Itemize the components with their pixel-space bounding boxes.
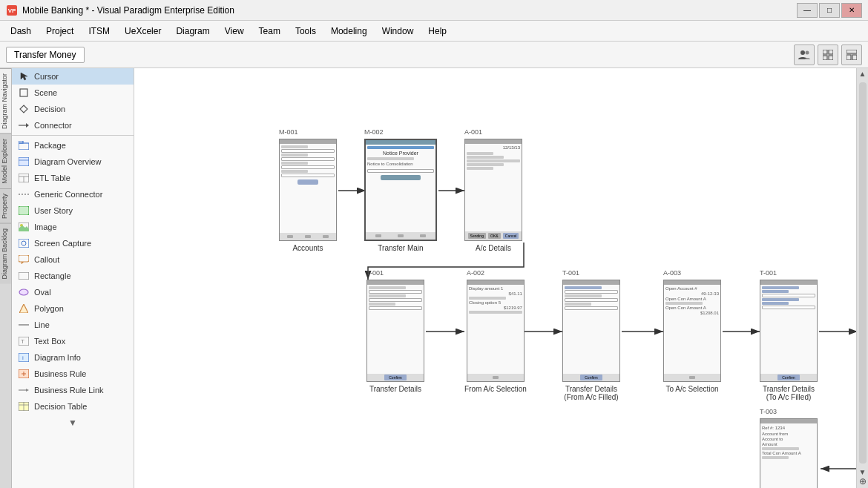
right-scrollbar[interactable]: ▲ ▼ ⊕ <box>856 68 868 488</box>
package-label: Package <box>34 141 66 150</box>
sidebar-item-decision-table[interactable]: Decision Table <box>12 398 134 415</box>
window-title: Mobile Banking * - Visual Paradigm Enter… <box>22 5 797 16</box>
node-from-ac-selection[interactable]: A-002 Display amount 1 $41.11 Closing op… <box>464 280 527 393</box>
svg-rect-10 <box>852 55 857 60</box>
polygon-icon <box>18 303 30 314</box>
sidebar-item-decision[interactable]: Decision <box>12 101 134 117</box>
title-bar: VP Mobile Banking * - Visual Paradigm En… <box>0 0 868 21</box>
connector-label: Connector <box>34 121 72 130</box>
side-vert-tabs: Diagram Navigator Model Explorer Propert… <box>0 68 12 488</box>
node-transfer-details-to-label: Transfer Details(To A/c Filled) <box>763 385 815 401</box>
oval-label: Oval <box>34 288 51 297</box>
menu-help[interactable]: Help <box>421 23 454 39</box>
node-transfer-done[interactable]: T-003 Ref #: 1234 Account from Account t… <box>760 418 818 488</box>
canvas-area[interactable]: M-001 <box>134 68 856 488</box>
sidebar-item-screen-capture[interactable]: Screen Capture <box>12 235 134 251</box>
scroll-down-arrow[interactable]: ▼ <box>12 415 134 431</box>
tab-diagram-navigator[interactable]: Diagram Navigator <box>0 68 11 133</box>
maximize-button[interactable]: □ <box>819 3 840 18</box>
sidebar-item-cursor[interactable]: Cursor <box>12 68 134 85</box>
screen-capture-icon <box>18 237 30 249</box>
text-box-label: Text Box <box>34 337 65 346</box>
menu-diagram[interactable]: Diagram <box>168 23 217 39</box>
arrows-layer <box>134 68 856 488</box>
diagram-overview-icon <box>18 156 30 168</box>
sidebar-item-oval[interactable]: Oval <box>12 284 134 300</box>
menu-dash[interactable]: Dash <box>3 23 39 39</box>
etl-table-icon <box>18 172 30 184</box>
line-label: Line <box>34 320 50 329</box>
node-transfer-details[interactable]: T-001 Confirm <box>366 280 424 393</box>
svg-rect-17 <box>19 157 29 166</box>
line-icon <box>18 319 30 331</box>
sidebar-item-business-rule-link[interactable]: Business Rule Link <box>12 382 134 398</box>
canvas-inner: M-001 <box>134 68 856 488</box>
node-transfer-details-from[interactable]: T-001 Confirm <box>562 280 620 401</box>
diagram-info-icon: i <box>18 352 30 363</box>
menu-tools[interactable]: Tools <box>288 23 323 39</box>
sidebar-item-line[interactable]: Line <box>12 317 134 333</box>
sidebar-item-rectangle[interactable]: Rectangle <box>12 268 134 284</box>
node-accounts[interactable]: M-001 <box>279 139 337 252</box>
svg-text:VP: VP <box>8 7 16 14</box>
menu-window[interactable]: Window <box>375 23 421 39</box>
menu-itsm[interactable]: ITSM <box>81 23 117 39</box>
menu-modeling[interactable]: Modeling <box>323 23 375 39</box>
etl-table-label: ETL Table <box>34 174 70 182</box>
sidebar-item-business-rule[interactable]: Business Rule <box>12 366 134 382</box>
menu-team[interactable]: Team <box>251 23 288 39</box>
sidebar-item-user-story[interactable]: User Story <box>12 202 134 219</box>
main-layout: Diagram Navigator Model Explorer Propert… <box>0 68 868 488</box>
node-transfer-done-code: T-003 <box>760 408 777 415</box>
svg-rect-8 <box>846 50 857 53</box>
sidebar-item-connector[interactable]: Connector <box>12 117 134 133</box>
node-ac-details-label: A/c Details <box>476 244 511 252</box>
sidebar-item-diagram-info[interactable]: i Diagram Info <box>12 349 134 366</box>
sidebar-item-diagram-overview[interactable]: Diagram Overview <box>12 154 134 170</box>
svg-marker-12 <box>20 105 27 113</box>
zoom-icon[interactable]: ⊕ <box>859 476 867 487</box>
business-rule-link-label: Business Rule Link <box>34 386 104 395</box>
sidebar-item-callout[interactable]: Callout <box>12 251 134 268</box>
toolbar: Transfer Money <box>0 42 868 68</box>
image-icon <box>18 221 30 233</box>
panel-scroll: Cursor Scene Decision Connector <box>12 68 134 488</box>
rectangle-label: Rectangle <box>34 271 71 280</box>
tab-model-explorer[interactable]: Model Explorer <box>0 133 11 188</box>
sidebar-item-image[interactable]: Image <box>12 219 134 235</box>
sidebar-item-scene[interactable]: Scene <box>12 85 134 101</box>
business-rule-label: Business Rule <box>34 369 86 378</box>
screen-capture-label: Screen Capture <box>34 239 91 248</box>
diagram-title-button[interactable]: Transfer Money <box>6 47 85 63</box>
sidebar-item-generic-connector[interactable]: Generic Connector <box>12 186 134 202</box>
menu-project[interactable]: Project <box>39 23 81 39</box>
node-ac-details[interactable]: A-001 12/13/13 Sending <box>464 139 522 252</box>
svg-marker-39 <box>26 389 29 392</box>
node-to-ac-selection[interactable]: A-003 Open Account # 49-12-33 Open Con A… <box>663 280 721 393</box>
diagram-overview-label: Diagram Overview <box>34 157 101 166</box>
scroll-down-btn[interactable]: ▼ <box>859 468 867 476</box>
sidebar-item-text-box[interactable]: T Text Box <box>12 333 134 349</box>
node-ac-details-code: A-001 <box>464 128 482 136</box>
close-button[interactable]: ✕ <box>841 3 862 18</box>
node-from-ac-code: A-002 <box>467 269 484 277</box>
users-icon-button[interactable] <box>794 44 815 65</box>
sidebar-item-package[interactable]: Package <box>12 137 134 154</box>
tab-property[interactable]: Property <box>0 188 11 223</box>
node-to-ac-code: A-003 <box>663 269 681 277</box>
sidebar-item-polygon[interactable]: Polygon <box>12 300 134 317</box>
svg-rect-26 <box>19 239 29 248</box>
minimize-button[interactable]: — <box>797 3 818 18</box>
layout-icon-button[interactable] <box>841 44 862 65</box>
menu-view[interactable]: View <box>217 23 251 39</box>
menu-uexceler[interactable]: UeXceler <box>117 23 168 39</box>
svg-point-30 <box>19 289 28 295</box>
node-transfer-main[interactable]: M-002 Notice Provider Notice to Consolid… <box>364 139 437 252</box>
sidebar-item-etl-table[interactable]: ETL Table <box>12 170 134 186</box>
node-transfer-details-to[interactable]: T-001 Confirm <box>760 280 818 401</box>
svg-rect-28 <box>19 255 29 262</box>
scroll-up-btn[interactable]: ▲ <box>859 70 867 78</box>
diagram-info-label: Diagram Info <box>34 353 81 362</box>
tab-diagram-backlog[interactable]: Diagram Backlog <box>0 223 11 284</box>
grid-icon-button[interactable] <box>818 44 838 65</box>
